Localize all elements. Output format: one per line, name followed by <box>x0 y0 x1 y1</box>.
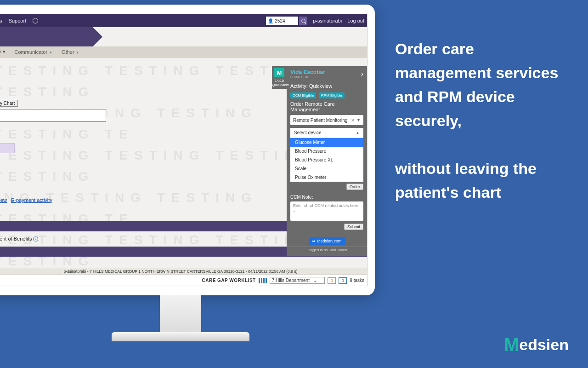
order-button[interactable]: Order <box>346 184 363 190</box>
chart-button[interactable]: y Chart <box>0 100 18 107</box>
monitor-stand-base <box>112 332 249 341</box>
device-option-scale[interactable]: Scale <box>290 164 363 173</box>
view-link[interactable]: view <box>0 197 7 203</box>
count-orange[interactable]: 0 <box>328 277 336 284</box>
activity-label: Activity: Quickview <box>287 81 367 91</box>
chevron-right-icon[interactable]: › <box>361 70 363 78</box>
patient-search-input[interactable]: 👤 2524 <box>266 17 298 25</box>
ccm-note-label: CCM Note: <box>287 190 367 201</box>
clear-icon[interactable]: ✕ <box>351 118 355 123</box>
person-icon: 👤 <box>268 18 273 23</box>
medsien-logo: Medsien <box>504 334 569 355</box>
bottom-bar: CARE GAP WORKLIST 7 Hills Department ⌄ 0… <box>0 275 367 286</box>
secondary-nav: y ▾ Communicator ▼ Other ▼ <box>0 46 367 58</box>
logo-m-icon: M <box>504 334 519 355</box>
nav-item-y[interactable]: y ▾ <box>0 49 10 55</box>
tab-time: 14:10 <box>272 79 287 83</box>
marketing-headline: Order care management services and RPM d… <box>395 37 565 204</box>
submit-button[interactable]: Submit <box>344 224 363 230</box>
medsien-m-icon: M <box>274 68 284 77</box>
device-option-bpxl[interactable]: Blood Pressure XL <box>290 155 363 164</box>
search-button[interactable] <box>299 17 307 25</box>
device-option-pulseox[interactable]: Pulse Oximeter <box>290 173 363 182</box>
tasks-count: 9 tasks <box>350 278 364 283</box>
device-dropdown: Glucose Meter Blood Pressure Blood Press… <box>290 138 363 182</box>
ccm-note-textarea[interactable]: Enter short CCM related notes here ... <box>290 201 363 221</box>
search-icon <box>301 19 305 23</box>
footer-context: p-ssinatorabi - 7 HILLS MEDICAL GROUP 1 … <box>0 268 367 275</box>
text-input[interactable] <box>0 109 106 122</box>
count-blue[interactable]: 0 <box>339 277 347 284</box>
link-row: view | E-payment activity <box>0 197 52 203</box>
logout-link[interactable]: Log out <box>347 18 364 23</box>
ehr-screen: TESTING TESTING TESTING TESTINGING TESTI… <box>0 14 368 286</box>
eob-label: nent of Benefits i <box>0 236 38 242</box>
patient-demo: FEMALE, 81 <box>290 75 325 79</box>
grid-icon[interactable] <box>259 278 267 283</box>
current-user[interactable]: p-ssinatorabi <box>313 18 342 23</box>
nav-item-communicator[interactable]: Communicator ▼ <box>10 49 57 55</box>
selected-cell[interactable] <box>0 143 15 153</box>
order-section-title: Order Remote Care Management <box>287 100 367 115</box>
info-icon[interactable]: i <box>33 236 38 242</box>
chevron-down-icon[interactable]: ▼ <box>356 118 361 122</box>
chevron-up-icon: ▲ <box>356 131 360 135</box>
service-select[interactable]: Remote Patient Monitoring ✕ ▼ <box>290 115 363 125</box>
device-label: Select device <box>294 130 321 135</box>
panel-tab[interactable]: M 14:10 Quickview <box>272 66 287 89</box>
patient-header: Vida Escobar FEMALE, 81 › <box>287 66 367 81</box>
device-select-header[interactable]: Select device ▲ <box>290 128 363 138</box>
worklist-label: CARE GAP WORKLIST <box>202 278 255 283</box>
top-menu-bar: ps Support 👤 2524 p-ssinatorabi Log out <box>0 14 367 27</box>
topbar-item-support[interactable]: Support <box>9 18 27 23</box>
monitor-stand-neck <box>160 295 201 332</box>
rpm-eligible-badge: RPM Eligible <box>319 92 345 98</box>
patient-name: Vida Escobar <box>290 69 325 75</box>
topbar-item-ps[interactable]: ps <box>0 18 2 23</box>
department-select[interactable]: 7 Hills Department ⌄ <box>270 277 325 284</box>
tab-label: Quickview <box>272 83 287 87</box>
ccm-eligible-badge: CCM Eligible <box>290 92 316 98</box>
gear-icon[interactable] <box>33 18 38 23</box>
epayment-link[interactable]: E-payment activity <box>11 197 52 203</box>
nav-item-other[interactable]: Other ▼ <box>57 49 84 55</box>
logged-in-as: Logged in as Sina Torabi <box>287 247 367 253</box>
medsien-panel: M 14:10 Quickview Vida Escobar FEMALE, 8… <box>287 66 367 256</box>
device-option-bp[interactable]: Blood Pressure <box>290 147 363 155</box>
search-value: 2524 <box>275 18 285 23</box>
context-banner <box>0 27 93 46</box>
medsien-link[interactable]: ➦ Medsien.com <box>309 237 345 245</box>
device-option-glucose[interactable]: Glucose Meter <box>290 138 363 147</box>
service-selected-value: Remote Patient Monitoring <box>293 118 347 123</box>
